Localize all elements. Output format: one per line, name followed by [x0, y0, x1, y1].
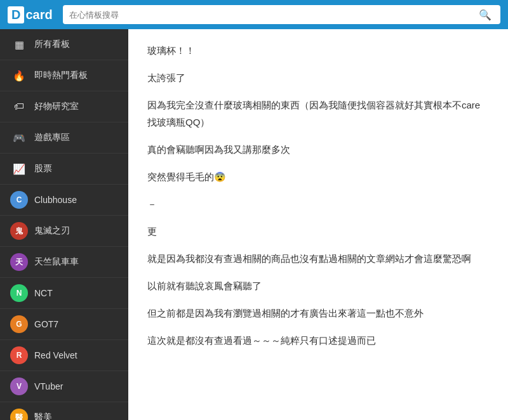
sidebar-item-all-boards[interactable]: ▦所有看板	[0, 29, 128, 60]
gamepad-icon: 🎮	[10, 129, 28, 147]
search-button[interactable]: 🔍	[476, 9, 494, 21]
avatar-kimetsu: 鬼	[10, 222, 28, 240]
sidebar-item-games[interactable]: 🎮遊戲專區	[0, 122, 128, 154]
content-paragraph-8: 以前就有聽說哀鳳會竊聽了	[147, 277, 489, 294]
avatar-beauty: 醫	[10, 409, 28, 420]
flame-icon: 🔥	[10, 67, 28, 84]
sidebar-label-games: 遊戲專區	[34, 132, 70, 143]
sidebar-label-trending: 即時熱門看板	[34, 70, 88, 81]
content-paragraph-6: 更	[147, 223, 489, 240]
sidebar-label-nct: NCT	[34, 288, 53, 298]
logo-text: card	[25, 8, 52, 22]
sidebar-item-nct[interactable]: NNCT	[0, 278, 128, 309]
content-paragraph-1: 太誇張了	[147, 69, 489, 86]
search-bar[interactable]: 🔍	[63, 5, 500, 24]
sidebar-label-beauty: 醫美	[34, 412, 52, 420]
sidebar-item-got7[interactable]: GGOT7	[0, 309, 128, 340]
sidebar-label-guinea-pig: 天竺鼠車車	[34, 256, 79, 268]
sidebar: ▦所有看板🔥即時熱門看板🏷好物研究室🎮遊戲專區📈股票CClubhouse鬼鬼滅之…	[0, 29, 128, 420]
content-area: 玻璃杯！！太誇張了因為我完全沒查什麼玻璃相關的東西（因為我隨便找個容器就好其實根…	[128, 29, 508, 420]
sidebar-item-stocks[interactable]: 📈股票	[0, 154, 128, 185]
avatar-got7: G	[10, 315, 28, 333]
main-layout: ▦所有看板🔥即時熱門看板🏷好物研究室🎮遊戲專區📈股票CClubhouse鬼鬼滅之…	[0, 29, 508, 420]
avatar-clubhouse: C	[10, 191, 28, 209]
sidebar-label-kimetsu: 鬼滅之刃	[34, 225, 70, 237]
sidebar-item-red-velvet[interactable]: RRed Velvet	[0, 340, 128, 371]
sidebar-item-vtuber[interactable]: VVTuber	[0, 371, 128, 402]
content-paragraph-9: 但之前都是因為我有瀏覽過相關的才有廣告出來著這一點也不意外	[147, 305, 489, 322]
sidebar-label-got7: GOT7	[34, 319, 58, 329]
sidebar-item-trending[interactable]: 🔥即時熱門看板	[0, 60, 128, 91]
avatar-nct: N	[10, 284, 28, 302]
logo-box: D	[8, 6, 24, 23]
sidebar-item-clubhouse[interactable]: CClubhouse	[0, 185, 128, 216]
content-paragraph-7: 就是因為我都沒有查過相關的商品也沒有點過相關的文章網站才會這麼驚恐啊	[147, 250, 489, 267]
avatar-guinea-pig: 天	[10, 253, 28, 271]
content-paragraph-4: 突然覺得毛毛的😨	[147, 168, 489, 185]
tag-icon: 🏷	[10, 98, 28, 115]
header: D card 🔍	[0, 0, 508, 29]
sidebar-item-good-stuff[interactable]: 🏷好物研究室	[0, 91, 128, 122]
sidebar-label-stocks: 股票	[34, 163, 52, 174]
avatar-red-velvet: R	[10, 346, 28, 364]
content-paragraph-0: 玻璃杯！！	[147, 42, 489, 59]
sidebar-label-clubhouse: Clubhouse	[34, 195, 77, 205]
content-paragraph-3: 真的會竊聽啊因為我又講那麼多次	[147, 141, 489, 158]
logo: D card	[8, 6, 53, 23]
avatar-vtuber: V	[10, 377, 28, 395]
search-input[interactable]	[69, 10, 476, 20]
content-paragraph-10: 這次就是都沒有查過看過～～～純粹只有口述提過而已	[147, 332, 489, 349]
content-paragraph-2: 因為我完全沒查什麼玻璃相關的東西（因為我隨便找個容器就好其實根本不care找玻璃…	[147, 96, 489, 131]
sidebar-item-guinea-pig[interactable]: 天天竺鼠車車	[0, 247, 128, 278]
sidebar-item-beauty[interactable]: 醫醫美	[0, 402, 128, 420]
sidebar-label-good-stuff: 好物研究室	[34, 101, 79, 112]
sidebar-label-all-boards: 所有看板	[34, 39, 70, 50]
chart-icon: 📈	[10, 160, 28, 178]
sidebar-label-red-velvet: Red Velvet	[34, 350, 77, 360]
sidebar-item-kimetsu[interactable]: 鬼鬼滅之刃	[0, 216, 128, 247]
grid-icon: ▦	[10, 36, 28, 53]
content-paragraph-5: －	[147, 195, 489, 213]
sidebar-label-vtuber: VTuber	[34, 381, 63, 391]
